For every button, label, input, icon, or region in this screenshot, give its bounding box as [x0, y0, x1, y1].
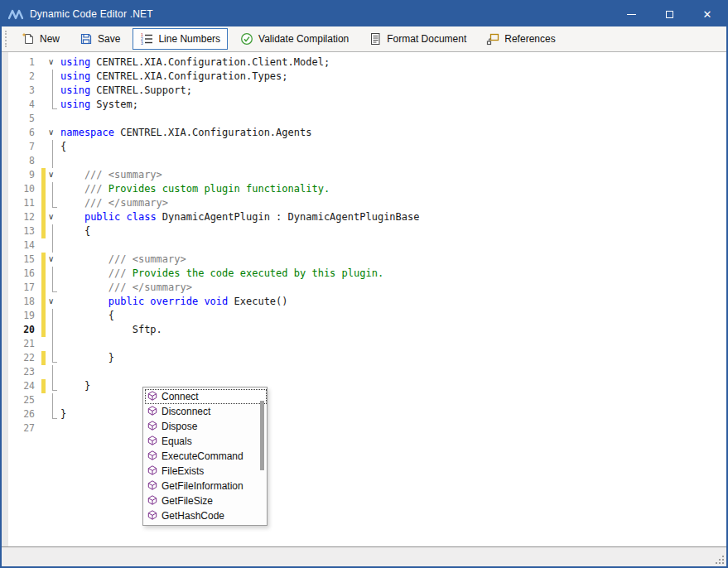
autocomplete-item-label: GetFileSize [162, 495, 213, 507]
validate-compilation-label: Validate Compilation [258, 33, 349, 45]
new-button[interactable]: New [14, 28, 67, 50]
code-line[interactable]: 6∨namespace CENTREL.XIA.Configuration.Ag… [8, 126, 726, 140]
autocomplete-item-label: GetFileInformation [162, 480, 243, 492]
line-number: 1 [8, 55, 41, 70]
autocomplete-item[interactable]: GetFileInformation [145, 479, 267, 493]
fold-guide [46, 309, 60, 323]
autocomplete-item[interactable]: Disconnect [145, 404, 267, 419]
validate-compilation-button[interactable]: Validate Compilation [233, 28, 356, 50]
code-line[interactable]: 13 { [8, 224, 726, 238]
code-line[interactable]: 25 [8, 393, 726, 407]
autocomplete-item[interactable]: Equals [145, 434, 267, 449]
code-text: } [60, 407, 66, 421]
code-line[interactable]: 4using System; [8, 98, 726, 112]
code-line[interactable]: 2using CENTREL.XIA.Configuration.Types; [8, 70, 726, 84]
autocomplete-popup: ConnectDisconnectDisposeEqualsExecuteCom… [142, 387, 268, 526]
code-line[interactable]: 19 { [8, 309, 726, 323]
line-number: 24 [8, 379, 41, 393]
autocomplete-list: ConnectDisconnectDisposeEqualsExecuteCom… [145, 389, 267, 523]
code-line[interactable]: 8 [8, 154, 726, 168]
line-number: 7 [8, 140, 41, 154]
close-button[interactable]: ✕ [688, 2, 726, 26]
code-line[interactable]: 26} [8, 407, 726, 421]
method-icon [147, 406, 157, 418]
fold-collapse-icon[interactable]: ∨ [46, 295, 60, 309]
line-number: 5 [8, 112, 41, 126]
code-line[interactable]: 11 /// </summary> [8, 196, 726, 210]
code-line[interactable]: 3using CENTREL.Support; [8, 84, 726, 98]
fold-collapse-icon[interactable]: ∨ [46, 168, 60, 182]
code-editor[interactable]: 1∨using CENTREL.XIA.Configuration.Client… [2, 52, 726, 547]
fold-guide [46, 140, 60, 154]
code-text: public override void Execute() [60, 295, 288, 309]
code-line[interactable]: 21 [8, 337, 726, 351]
code-line[interactable]: 7{ [8, 140, 726, 154]
autocomplete-item-label: FileExists [162, 465, 204, 477]
code-line[interactable]: 12∨ public class DynamicAgentPlugin : Dy… [8, 210, 726, 224]
save-button[interactable]: Save [72, 28, 128, 50]
code-line[interactable]: 18∨ public override void Execute() [8, 295, 726, 309]
save-button-label: Save [98, 33, 120, 45]
method-icon [147, 391, 157, 403]
code-text: /// <summary> [60, 253, 186, 267]
autocomplete-item[interactable]: GetFileSize [145, 493, 267, 508]
code-line[interactable]: 10 /// Provides custom plugin functional… [8, 182, 726, 196]
autocomplete-item[interactable]: Dispose [145, 419, 267, 434]
code-line[interactable]: 14 [8, 238, 726, 253]
format-document-icon [369, 32, 382, 46]
code-line[interactable]: 9∨ /// <summary> [8, 168, 726, 182]
method-icon [147, 480, 157, 493]
code-line[interactable]: 1∨using CENTREL.XIA.Configuration.Client… [8, 55, 726, 70]
chevron-down-icon: ∨ [48, 55, 54, 68]
format-document-button[interactable]: Format Document [361, 28, 474, 50]
fold-collapse-icon[interactable]: ∨ [46, 210, 60, 224]
line-number: 18 [8, 295, 41, 309]
autocomplete-item-label: Dispose [162, 421, 197, 432]
fold-guide [46, 70, 60, 84]
validate-icon [240, 32, 253, 46]
code-text: } [60, 379, 90, 393]
autocomplete-item[interactable]: FileExists [145, 464, 267, 479]
line-number: 21 [8, 337, 41, 351]
autocomplete-item[interactable]: GetHashCode [145, 508, 267, 523]
code-line[interactable]: 22 } [8, 351, 726, 365]
code-line[interactable]: 16 /// Provides the code executed by thi… [8, 267, 726, 281]
code-line[interactable]: 24 } [8, 379, 726, 393]
fold-guide [46, 238, 60, 253]
line-number: 2 [8, 70, 41, 84]
minimize-button[interactable] [612, 2, 650, 26]
method-icon [147, 495, 157, 508]
resize-grip-icon[interactable] [714, 554, 724, 564]
app-window: Dynamic Code Editor .NET ✕ New [0, 0, 728, 568]
fold-guide [46, 182, 60, 196]
code-line[interactable]: 17 /// </summary> [8, 281, 726, 295]
toolbar-grip[interactable] [5, 31, 7, 47]
code-text: using System; [60, 98, 138, 112]
minimize-icon [627, 14, 636, 15]
line-number: 17 [8, 281, 41, 295]
code-line[interactable]: 15∨ /// <summary> [8, 253, 726, 267]
autocomplete-item[interactable]: ExecuteCommand [145, 449, 267, 464]
code-line[interactable]: 27 [8, 421, 726, 436]
references-button[interactable]: References [479, 28, 562, 50]
window-title: Dynamic Code Editor .NET [30, 8, 153, 20]
maximize-button[interactable] [650, 2, 688, 26]
line-number: 20 [8, 323, 41, 337]
code-text: /// <summary> [60, 168, 162, 182]
code-text: /// Provides the code executed by this p… [60, 267, 383, 281]
line-numbers-toggle[interactable]: 1 2 3 Line Numbers [133, 28, 228, 50]
fold-collapse-icon[interactable]: ∨ [46, 253, 60, 267]
code-line[interactable]: 23 [8, 365, 726, 379]
code-line[interactable]: 20 Sftp. [8, 323, 726, 337]
code-area[interactable]: 1∨using CENTREL.XIA.Configuration.Client… [8, 55, 726, 436]
fold-collapse-icon[interactable]: ∨ [46, 126, 60, 140]
fold-collapse-icon[interactable]: ∨ [46, 55, 60, 70]
code-line[interactable]: 5 [8, 112, 726, 126]
autocomplete-item[interactable]: Connect [145, 389, 267, 404]
autocomplete-scrollbar-thumb[interactable] [260, 401, 264, 470]
autocomplete-item-label: ExecuteCommand [162, 450, 243, 462]
fold-guide [46, 84, 60, 98]
status-bar [2, 547, 726, 566]
line-number: 27 [8, 421, 41, 436]
svg-text:3: 3 [141, 41, 143, 46]
